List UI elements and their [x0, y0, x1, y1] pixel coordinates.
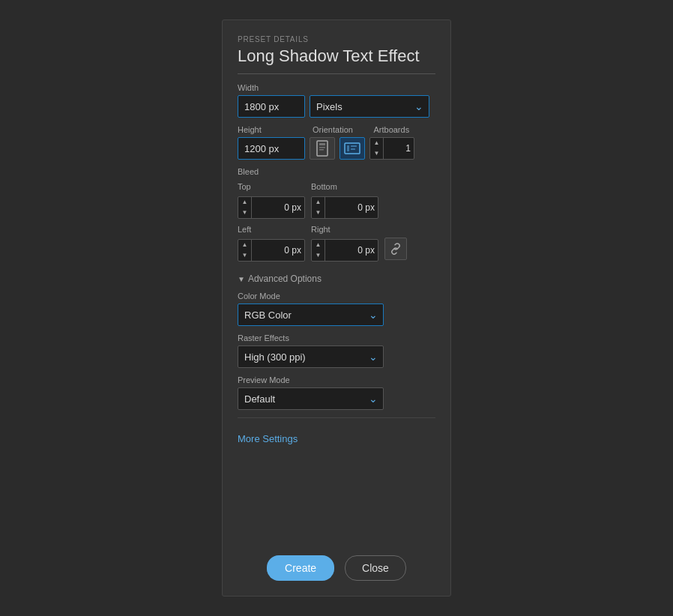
bleed-label: Bleed: [238, 167, 435, 176]
bottom-spinner: ▲ ▼ 0 px: [311, 196, 378, 219]
advanced-options-toggle[interactable]: ▼ Advanced Options: [238, 274, 435, 284]
artboards-spinner-arrows: ▲ ▼: [370, 138, 384, 159]
divider: [238, 417, 435, 418]
bottom-up-arrow[interactable]: ▲: [312, 197, 325, 208]
right-spinner-arrows: ▲ ▼: [312, 240, 325, 261]
right-up-arrow[interactable]: ▲: [312, 240, 325, 250]
bleed-right-field: Right ▲ ▼ 0 px: [311, 225, 378, 262]
raster-effects-label: Raster Effects: [238, 333, 435, 342]
bottom-spinner-arrows: ▲ ▼: [312, 197, 325, 218]
raster-effects-select[interactable]: High (300 ppi) Medium (150 ppi) Screen (…: [238, 345, 384, 368]
more-settings-link[interactable]: More Settings: [238, 433, 435, 444]
svg-rect-5: [347, 145, 349, 151]
preset-dialog: PRESET DETAILS Long Shadow Text Effect W…: [222, 19, 451, 597]
width-label: Width: [238, 83, 435, 92]
right-label: Right: [311, 225, 378, 234]
portrait-icon: [316, 140, 329, 157]
top-spinner-arrows: ▲ ▼: [238, 197, 252, 218]
preview-mode-label: Preview Mode: [238, 375, 435, 384]
link-icon: [390, 243, 402, 255]
left-value: 0 px: [252, 245, 304, 256]
close-button[interactable]: Close: [345, 555, 406, 581]
artboards-up-arrow[interactable]: ▲: [370, 138, 383, 148]
preset-label: PRESET DETAILS: [238, 35, 435, 43]
link-icon-button[interactable]: [384, 238, 407, 260]
bottom-down-arrow[interactable]: ▼: [312, 208, 325, 218]
right-spinner: ▲ ▼ 0 px: [311, 239, 378, 262]
width-input[interactable]: [238, 95, 305, 118]
top-spinner: ▲ ▼ 0 px: [238, 196, 305, 219]
portrait-button[interactable]: [310, 137, 335, 160]
artboards-label: Artboards: [373, 125, 435, 134]
color-mode-select[interactable]: RGB Color CMYK Color Grayscale: [238, 304, 384, 326]
svg-rect-1: [319, 143, 325, 145]
svg-rect-3: [319, 149, 324, 151]
right-value: 0 px: [325, 245, 378, 256]
preset-title: Long Shadow Text Effect: [238, 46, 435, 74]
top-down-arrow[interactable]: ▼: [238, 208, 251, 218]
left-down-arrow[interactable]: ▼: [238, 250, 251, 261]
svg-rect-6: [351, 145, 357, 147]
top-label: Top: [238, 182, 305, 191]
bottom-label: Bottom: [311, 182, 378, 191]
preview-mode-select[interactable]: Default Pixel Overprint: [238, 387, 384, 410]
bottom-value: 0 px: [325, 202, 378, 213]
create-button[interactable]: Create: [267, 555, 334, 581]
landscape-icon: [344, 142, 360, 155]
unit-select-wrapper: Pixels Inches Centimeters Millimeters Po…: [310, 95, 429, 118]
left-up-arrow[interactable]: ▲: [238, 240, 251, 250]
left-label: Left: [238, 225, 305, 234]
color-mode-select-wrapper: RGB Color CMYK Color Grayscale: [238, 304, 384, 326]
height-input[interactable]: [238, 137, 305, 160]
artboards-input: ▲ ▼ 1: [369, 137, 414, 160]
dialog-footer: Create Close: [238, 540, 435, 581]
left-spinner-arrows: ▲ ▼: [238, 240, 252, 261]
top-value: 0 px: [252, 202, 304, 213]
right-down-arrow[interactable]: ▼: [312, 250, 325, 261]
svg-rect-2: [319, 147, 325, 148]
bleed-bottom-field: Bottom ▲ ▼ 0 px: [311, 182, 378, 219]
landscape-button[interactable]: [339, 137, 365, 160]
bleed-left-field: Left ▲ ▼ 0 px: [238, 225, 305, 262]
preview-mode-select-wrapper: Default Pixel Overprint: [238, 387, 384, 410]
orientation-label: Orientation: [313, 125, 367, 134]
height-label: Height: [238, 125, 304, 134]
artboards-value: 1: [384, 143, 414, 154]
color-mode-label: Color Mode: [238, 292, 435, 301]
top-up-arrow[interactable]: ▲: [238, 197, 251, 208]
raster-effects-select-wrapper: High (300 ppi) Medium (150 ppi) Screen (…: [238, 345, 384, 368]
bleed-top-field: Top ▲ ▼ 0 px: [238, 182, 305, 219]
left-spinner: ▲ ▼ 0 px: [238, 239, 305, 262]
svg-rect-7: [351, 148, 355, 150]
chevron-down-icon: ▼: [238, 275, 245, 283]
advanced-options-label: Advanced Options: [248, 274, 322, 284]
unit-select[interactable]: Pixels Inches Centimeters Millimeters Po…: [310, 95, 429, 118]
artboards-down-arrow[interactable]: ▼: [370, 148, 383, 159]
